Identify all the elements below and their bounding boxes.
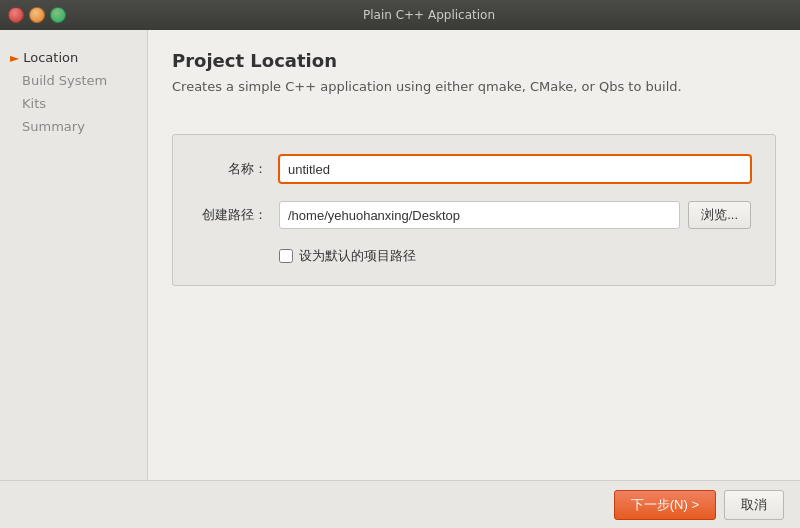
path-row: 创建路径： 浏览... — [197, 201, 751, 229]
cancel-button[interactable]: 取消 — [724, 490, 784, 520]
minimize-button[interactable] — [29, 7, 45, 23]
content-area: ► Location Build System Kits Summary Pro… — [0, 30, 800, 480]
sidebar-item-buildsystem[interactable]: Build System — [0, 69, 147, 92]
active-arrow-icon: ► — [10, 51, 19, 65]
checkbox-label: 设为默认的项目路径 — [299, 247, 416, 265]
name-label: 名称： — [197, 160, 267, 178]
sidebar-item-label: Build System — [22, 73, 107, 88]
sidebar-item-kits[interactable]: Kits — [0, 92, 147, 115]
page-title: Project Location — [172, 50, 776, 71]
maximize-button[interactable] — [50, 7, 66, 23]
sidebar-item-label: Location — [23, 50, 78, 65]
sidebar-item-label: Kits — [22, 96, 46, 111]
window-controls — [8, 7, 66, 23]
sidebar: ► Location Build System Kits Summary — [0, 30, 148, 480]
close-button[interactable] — [8, 7, 24, 23]
page-description: Creates a simple C++ application using e… — [172, 79, 776, 94]
checkbox-row: 设为默认的项目路径 — [197, 247, 751, 265]
bottom-bar: 下一步(N) > 取消 — [0, 480, 800, 528]
sidebar-item-location[interactable]: ► Location — [0, 46, 147, 69]
titlebar: Plain C++ Application — [0, 0, 800, 30]
name-input[interactable] — [279, 155, 751, 183]
default-path-checkbox[interactable] — [279, 249, 293, 263]
form-container: 名称： 创建路径： 浏览... 设为默认的项目路径 — [172, 134, 776, 286]
window: ► Location Build System Kits Summary Pro… — [0, 30, 800, 528]
sidebar-item-summary[interactable]: Summary — [0, 115, 147, 138]
browse-button[interactable]: 浏览... — [688, 201, 751, 229]
next-button[interactable]: 下一步(N) > — [614, 490, 716, 520]
main-content: Project Location Creates a simple C++ ap… — [148, 30, 800, 480]
path-input[interactable] — [279, 201, 680, 229]
window-title: Plain C++ Application — [66, 8, 792, 22]
sidebar-item-label: Summary — [22, 119, 85, 134]
path-label: 创建路径： — [197, 206, 267, 224]
name-row: 名称： — [197, 155, 751, 183]
